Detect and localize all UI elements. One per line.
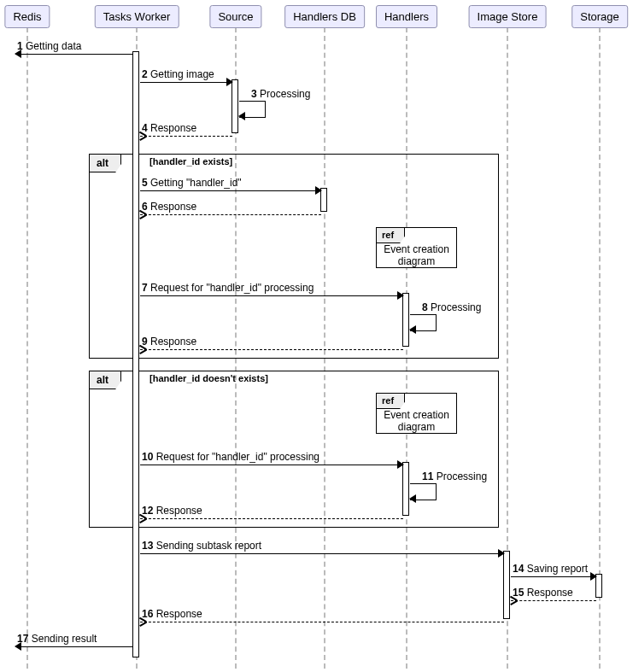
ref-tag-2: ref: [376, 393, 405, 409]
participant-hdb: Handlers DB: [284, 5, 365, 28]
message-5: 5 Getting "handler_id": [140, 176, 321, 191]
participant-redis: Redis: [4, 5, 50, 28]
participant-handlers: Handlers: [376, 5, 437, 28]
message-2: 2 Getting image: [140, 67, 232, 83]
lifeline-redis: [26, 27, 28, 669]
ref-box-1: ref Event creation diagram: [376, 227, 457, 268]
participant-worker: Tasks Worker: [95, 5, 179, 28]
message-7: 7 Request for "handler_id" processing: [140, 281, 403, 296]
message-15: 15 Response: [511, 586, 596, 601]
message-10: 10 Request for "handler_id" processing: [140, 450, 403, 465]
alt-tag-1: alt: [89, 154, 121, 172]
participant-storage: Storage: [571, 5, 628, 28]
participant-imgstore: Image Store: [469, 5, 547, 28]
activation-imgstore: [503, 551, 510, 619]
message-13: 13 Sending subtask report: [140, 539, 504, 554]
lifeline-storage: [599, 27, 601, 669]
message-17: 17 Sending result: [15, 632, 133, 647]
message-12: 12 Response: [140, 504, 403, 519]
activation-handlers-1: [402, 293, 409, 347]
ref-tag-1: ref: [376, 227, 405, 243]
alt-guard-2: [handler_id doesn't exists]: [149, 373, 268, 383]
alt-guard-1: [handler_id exists]: [149, 156, 232, 167]
activation-source: [232, 79, 238, 133]
activation-handlers-2: [402, 462, 409, 516]
ref-text-2: Event creation diagram: [384, 409, 449, 433]
alt-tag-2: alt: [89, 371, 121, 389]
participant-source: Source: [209, 5, 261, 28]
message-14: 14 Saving report: [511, 562, 596, 577]
message-6: 6 Response: [140, 200, 321, 215]
ref-box-2: ref Event creation diagram: [376, 393, 457, 434]
message-1: 1 Getting data: [15, 39, 133, 55]
ref-text-1: Event creation diagram: [384, 243, 449, 267]
message-4: 4 Response: [140, 121, 232, 137]
message-9: 9 Response: [140, 335, 403, 350]
message-16: 16 Response: [140, 607, 504, 622]
activation-worker-main: [132, 51, 139, 657]
